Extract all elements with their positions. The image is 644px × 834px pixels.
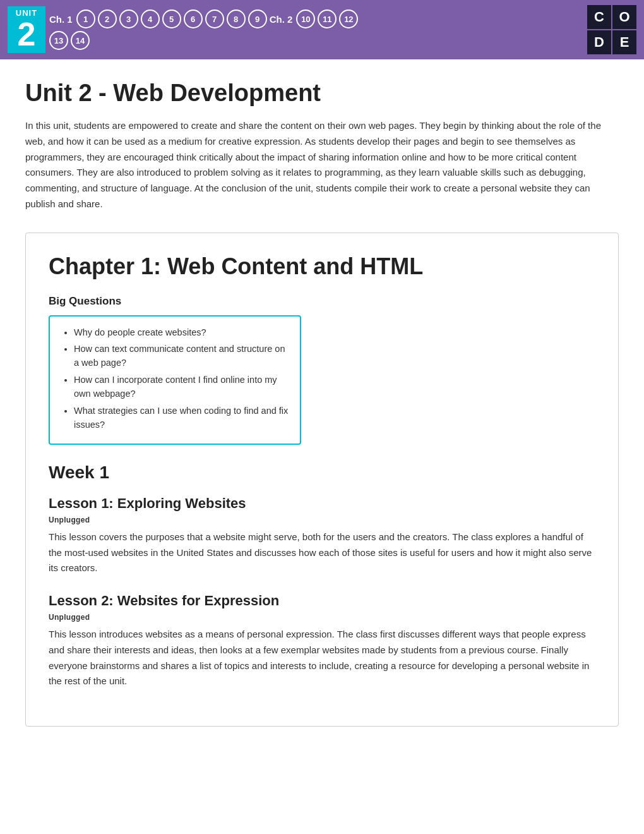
unit-description: In this unit, students are empowered to … <box>25 118 606 212</box>
nav-lesson-11[interactable]: 11 <box>318 9 337 28</box>
lesson-1-tag: Unplugged <box>49 516 595 524</box>
big-question-3: How can I incorporate content I find onl… <box>74 373 289 401</box>
lesson-2-title: Lesson 2: Websites for Expression <box>49 593 595 609</box>
code-letter-o: O <box>612 5 636 29</box>
nav-chapters: Ch. 1 1 2 3 4 5 6 7 8 9 Ch. 2 10 11 12 1… <box>49 9 358 50</box>
code-letter-d: D <box>587 30 611 54</box>
big-questions-list: Why do people create websites? How can t… <box>68 325 289 432</box>
code-letter-c: C <box>587 5 611 29</box>
nav-lesson-3[interactable]: 3 <box>119 9 138 28</box>
code-letter-e: E <box>612 30 636 54</box>
big-question-2: How can text communicate content and str… <box>74 342 289 370</box>
unit-number: 2 <box>18 18 36 51</box>
lesson-1-title: Lesson 1: Exploring Websites <box>49 495 595 512</box>
lesson-2-description: This lesson introduces websites as a mea… <box>49 627 595 689</box>
nav-lesson-12[interactable]: 12 <box>339 9 358 28</box>
nav-lesson-10[interactable]: 10 <box>296 9 315 28</box>
nav-lesson-5[interactable]: 5 <box>162 9 181 28</box>
unit-badge: UNIT 2 <box>8 6 45 53</box>
week-heading: Week 1 <box>49 462 595 483</box>
nav-lesson-2[interactable]: 2 <box>98 9 117 28</box>
nav-lesson-13[interactable]: 13 <box>49 31 68 50</box>
nav-lesson-8[interactable]: 8 <box>227 9 246 28</box>
lesson-2-tag: Unplugged <box>49 613 595 622</box>
big-question-1: Why do people create websites? <box>74 325 289 339</box>
lesson-1-section: Lesson 1: Exploring Websites Unplugged T… <box>49 495 595 576</box>
lesson-1-description: This lesson covers the purposes that a w… <box>49 529 595 576</box>
big-questions-box: Why do people create websites? How can t… <box>49 315 301 445</box>
ch1-label: Ch. 1 <box>49 14 73 25</box>
lesson-2-section: Lesson 2: Websites for Expression Unplug… <box>49 593 595 689</box>
code-logo: C O D E <box>587 5 636 54</box>
big-questions-heading: Big Questions <box>49 295 595 308</box>
chapter-title: Chapter 1: Web Content and HTML <box>49 253 595 280</box>
nav-lesson-1[interactable]: 1 <box>76 9 95 28</box>
main-content: Unit 2 - Web Development In this unit, s… <box>0 59 644 767</box>
big-question-4: What strategies can I use when coding to… <box>74 404 289 432</box>
nav-lesson-6[interactable]: 6 <box>184 9 203 28</box>
top-navigation-bar: UNIT 2 Ch. 1 1 2 3 4 5 6 7 8 9 Ch. 2 10 … <box>0 0 644 59</box>
page-title: Unit 2 - Web Development <box>25 80 619 107</box>
nav-lesson-14[interactable]: 14 <box>71 31 90 50</box>
nav-row-ch2-extra: 13 14 <box>49 31 358 50</box>
nav-lesson-9[interactable]: 9 <box>248 9 267 28</box>
nav-row-ch1: Ch. 1 1 2 3 4 5 6 7 8 9 Ch. 2 10 11 12 <box>49 9 358 28</box>
nav-lesson-4[interactable]: 4 <box>141 9 160 28</box>
ch2-label: Ch. 2 <box>270 14 293 25</box>
chapter-box: Chapter 1: Web Content and HTML Big Ques… <box>25 233 619 727</box>
nav-lesson-7[interactable]: 7 <box>205 9 224 28</box>
